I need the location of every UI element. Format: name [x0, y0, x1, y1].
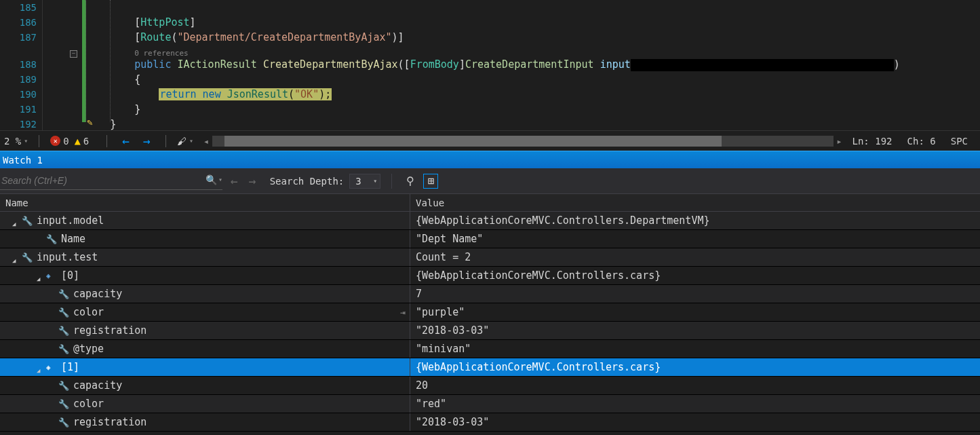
- fold-toggle-icon[interactable]: −: [70, 50, 77, 58]
- wrench-icon: 🔧: [58, 307, 69, 318]
- scroll-left-icon[interactable]: ◂: [200, 136, 212, 147]
- watch-value-text[interactable]: "2018-03-03": [410, 324, 980, 337]
- watch-name-text: color: [73, 398, 104, 410]
- brush-icon[interactable]: 🖌 ▾: [177, 136, 193, 147]
- search-depth-label: Search Depth:: [264, 176, 345, 187]
- watch-value-text[interactable]: Count = 2: [410, 251, 980, 263]
- column-value-header[interactable]: Value: [410, 194, 980, 211]
- watch-name-text: capacity: [73, 288, 122, 300]
- expander-icon[interactable]: [12, 217, 19, 224]
- watch-value-text[interactable]: "minivan": [410, 343, 980, 355]
- scroll-right-icon[interactable]: ▸: [834, 136, 846, 147]
- watch-name-text: input.model: [37, 214, 104, 227]
- watch-value-text[interactable]: 7: [410, 288, 980, 300]
- search-prev-icon[interactable]: ←: [228, 174, 241, 188]
- chevron-down-icon[interactable]: ▾: [218, 176, 222, 183]
- watch-columns-header[interactable]: Name Value: [0, 194, 980, 212]
- expander-icon[interactable]: [37, 364, 43, 371]
- wrench-icon: 🔧: [58, 399, 69, 409]
- redacted-block: [631, 59, 894, 71]
- watch-name-text: color: [73, 306, 104, 318]
- wrench-icon: 🔧: [58, 381, 69, 391]
- watch-value-text[interactable]: "2018-03-03": [410, 416, 980, 428]
- watch-row[interactable]: 🔧color"red": [0, 395, 980, 413]
- pin-icon[interactable]: ⇥: [400, 307, 406, 318]
- watch-value-text[interactable]: "red": [410, 398, 980, 410]
- watch-search-input[interactable]: [0, 172, 222, 189]
- watch-row[interactable]: 🔧Name"Dept Name": [0, 230, 980, 248]
- watch-row[interactable]: 🔧input.testCount = 2: [0, 248, 980, 267]
- expander-icon[interactable]: [12, 254, 19, 261]
- object-icon: ◈: [46, 363, 57, 372]
- watch-name-text: Name: [61, 233, 85, 245]
- zoom-dropdown[interactable]: 2 % ▾: [4, 136, 28, 147]
- wrench-icon: 🔧: [58, 344, 69, 354]
- line-indicator[interactable]: Ln: 192: [852, 136, 893, 147]
- watch-name-text: registration: [73, 324, 146, 337]
- watch-value-text[interactable]: {WebApplicationCoreMVC.Controllers.cars}: [410, 361, 980, 373]
- code-editor[interactable]: 185 186 187 188 189 190 191 192 − ✎ [Htt…: [0, 0, 980, 130]
- watch-rows-container: 🔧input.model{WebApplicationCoreMVC.Contr…: [0, 212, 980, 432]
- expander-icon[interactable]: [37, 272, 43, 279]
- spaces-indicator[interactable]: SPC: [951, 136, 968, 147]
- search-icon[interactable]: 🔍▾: [205, 174, 222, 185]
- horizontal-scrollbar[interactable]: ◂ ▸: [200, 136, 846, 147]
- watch-name-text: input.test: [37, 251, 98, 263]
- error-count[interactable]: ✕0: [50, 136, 68, 147]
- column-indicator[interactable]: Ch: 6: [907, 136, 936, 147]
- watch-value-text[interactable]: {WebApplicationCoreMVC.Controllers.Depar…: [410, 214, 980, 227]
- watch-value-text[interactable]: "Dept Name": [410, 233, 980, 245]
- search-depth-dropdown[interactable]: 3: [349, 174, 380, 189]
- scrollbar-thumb[interactable]: [224, 136, 721, 147]
- warning-icon: ▲: [75, 135, 81, 147]
- filter-pin-icon[interactable]: ⚲: [403, 174, 418, 187]
- column-name-header[interactable]: Name: [0, 194, 410, 211]
- error-icon: ✕: [50, 136, 60, 146]
- watch-row[interactable]: 🔧color⇥"purple": [0, 303, 980, 322]
- watch-value-text[interactable]: 20: [410, 379, 980, 392]
- watch-name-text: [0]: [61, 269, 79, 282]
- wrench-icon: 🔧: [58, 326, 69, 336]
- watch-row[interactable]: 🔧capacity7: [0, 285, 980, 303]
- outlining-margin[interactable]: − ✎: [42, 0, 80, 130]
- nav-back-icon[interactable]: ←: [118, 134, 134, 148]
- watch-row[interactable]: 🔧@type"minivan": [0, 340, 980, 358]
- wrench-icon: 🔧: [22, 216, 33, 226]
- watch-panel-title[interactable]: Watch 1: [0, 151, 980, 168]
- watch-row[interactable]: 🔧input.model{WebApplicationCoreMVC.Contr…: [0, 212, 980, 230]
- editor-status-bar: 2 % ▾ ✕0 ▲6 ← → 🖌 ▾ ◂ ▸ Ln: 192 Ch: 6 SP…: [0, 130, 980, 151]
- wrench-icon: 🔧: [58, 417, 69, 428]
- watch-toolbar: 🔍▾ ← → Search Depth: 3 ⚲ ⊞: [0, 168, 980, 194]
- code-area[interactable]: [HttpPost] [Route("Department/CreateDepa…: [80, 0, 980, 130]
- line-number-gutter: 185 186 187 188 189 190 191 192: [0, 0, 42, 130]
- nav-forward-icon[interactable]: →: [139, 134, 155, 148]
- current-statement-highlight: return new JsonResult("OK");: [159, 88, 332, 100]
- watch-value-text[interactable]: {WebApplicationCoreMVC.Controllers.cars}: [410, 269, 980, 282]
- object-icon: ◈: [46, 271, 57, 280]
- watch-row[interactable]: ◈[1]{WebApplicationCoreMVC.Controllers.c…: [0, 358, 980, 377]
- watch-search-wrapper: 🔍▾: [0, 172, 222, 190]
- watch-name-text: capacity: [73, 379, 122, 392]
- wrench-icon: 🔧: [22, 252, 33, 263]
- toggle-raw-view-icon[interactable]: ⊞: [423, 174, 438, 189]
- search-next-icon[interactable]: →: [246, 174, 259, 188]
- watch-name-text: [1]: [61, 361, 79, 373]
- wrench-icon: 🔧: [58, 289, 69, 299]
- watch-name-text: @type: [73, 343, 104, 355]
- wrench-icon: 🔧: [46, 234, 57, 244]
- watch-row[interactable]: 🔧registration"2018-03-03": [0, 322, 980, 340]
- warning-count[interactable]: ▲6: [75, 135, 89, 147]
- watch-row[interactable]: 🔧registration"2018-03-03": [0, 413, 980, 432]
- watch-row[interactable]: 🔧capacity20: [0, 377, 980, 395]
- watch-value-text[interactable]: "purple": [410, 306, 980, 318]
- watch-name-text: registration: [73, 416, 146, 428]
- watch-row[interactable]: ◈[0]{WebApplicationCoreMVC.Controllers.c…: [0, 267, 980, 285]
